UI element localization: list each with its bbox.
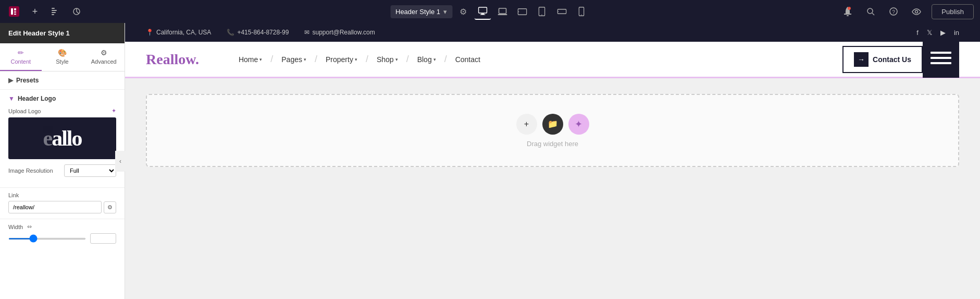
sidebar-title: Edit Header Style 1 (0, 23, 125, 43)
svg-rect-12 (480, 15, 485, 15)
advanced-tab-icon: ⚙ (101, 49, 107, 57)
header-logo-arrow-icon: ▼ (8, 95, 15, 102)
contact-us-button[interactable]: → Contact Us (842, 46, 923, 73)
theme-builder-button[interactable] (69, 4, 84, 19)
facebook-icon[interactable]: f (916, 29, 919, 37)
notifications-button[interactable]: ! (840, 4, 855, 19)
header-style-selector[interactable]: Header Style 1 ▾ (390, 5, 452, 18)
preview-button[interactable] (909, 4, 924, 19)
width-section: Width ⇔ (0, 219, 125, 249)
email-text: support@Reallow.com (312, 29, 375, 36)
add-element-button[interactable]: + (27, 4, 43, 19)
tab-style[interactable]: 🎨 Style (42, 43, 83, 71)
svg-rect-10 (478, 7, 487, 13)
device-laptop-button[interactable] (494, 3, 511, 20)
svg-rect-31 (923, 41, 959, 78)
device-tablet-portrait-button[interactable] (534, 3, 550, 20)
nav-property-label: Property (326, 55, 353, 64)
nav-shop-chevron: ▾ (395, 57, 398, 62)
width-control-row (8, 233, 116, 244)
elementor-logo-button[interactable] (6, 4, 22, 19)
twitter-icon[interactable]: 𝕏 (927, 29, 932, 37)
nav-link-pages[interactable]: Pages ▾ (273, 41, 315, 78)
search-button[interactable] (863, 4, 878, 19)
contact-arrow-icon: → (854, 52, 869, 67)
svg-rect-5 (52, 8, 55, 9)
site-nav: Reallow. Home ▾ / Pages ▾ / Property ▾ / (125, 42, 980, 78)
dark-nav-block (923, 41, 959, 78)
header-style-label: Header Style 1 (395, 8, 440, 16)
image-resolution-select[interactable]: Full Large Medium Thumbnail (64, 164, 116, 177)
tab-content[interactable]: ✏ Content (0, 43, 42, 71)
nav-home-label: Home (239, 55, 258, 64)
email-icon: ✉ (304, 29, 309, 36)
nav-link-property[interactable]: Property ▾ (317, 41, 366, 78)
youtube-icon[interactable]: ▶ (940, 29, 946, 37)
image-resolution-label: Image Resolution (8, 168, 53, 174)
publish-button[interactable]: Publish (932, 4, 974, 19)
link-section: Link ⚙ (0, 188, 125, 219)
link-input-row: ⚙ (8, 201, 116, 213)
logo-preview[interactable]: eallo (8, 117, 116, 159)
nav-shop-label: Shop (377, 55, 394, 64)
style-tab-icon: 🎨 (58, 49, 67, 57)
magic-widget-button[interactable]: ✦ (568, 114, 589, 135)
device-desktop-button[interactable] (474, 3, 491, 20)
header-logo-section: ▼ Header Logo Upload Logo ✦ eallo Image … (0, 90, 125, 188)
width-input[interactable] (90, 233, 116, 244)
chevron-down-icon: ▾ (443, 8, 447, 16)
header-settings-button[interactable]: ⚙ (455, 4, 471, 19)
sidebar: Edit Header Style 1 ✏ Content 🎨 Style ⚙ … (0, 23, 125, 299)
site-phone: 📞 +415-864-8728-99 (227, 29, 289, 36)
image-resolution-row: Image Resolution Full Large Medium Thumb… (8, 164, 116, 177)
svg-rect-34 (931, 62, 951, 64)
width-label-row: Width ⇔ (8, 223, 116, 230)
site-logo-text: Reallow (146, 51, 195, 67)
phone-text: +415-864-8728-99 (237, 29, 289, 36)
svg-rect-4 (14, 14, 16, 15)
site-nav-links: Home ▾ / Pages ▾ / Property ▾ / Shop ▾ (230, 41, 842, 78)
phone-icon: 📞 (227, 29, 234, 36)
contact-us-label: Contact Us (873, 55, 911, 64)
content-tab-icon: ✏ (18, 49, 24, 57)
tab-advanced[interactable]: ⚙ Advanced (83, 43, 125, 71)
site-email: ✉ support@Reallow.com (304, 29, 375, 36)
linkedin-icon[interactable]: in (954, 29, 959, 37)
svg-point-20 (557, 11, 558, 11)
location-icon: 📍 (146, 29, 154, 36)
svg-rect-21 (579, 7, 584, 16)
folder-widget-button[interactable]: 📁 (542, 114, 563, 135)
device-mobile-landscape-button[interactable] (553, 3, 570, 20)
drop-zone[interactable]: + 📁 ✦ Drag widget here (146, 94, 959, 167)
width-slider[interactable] (8, 238, 86, 240)
nav-pages-label: Pages (281, 55, 302, 64)
nav-link-contact[interactable]: Contact (447, 41, 489, 78)
site-topbar: 📍 California, CA, USA 📞 +415-864-8728-99… (125, 23, 980, 42)
magic-icon[interactable]: ✦ (111, 107, 116, 114)
navigator-button[interactable] (48, 4, 64, 19)
link-input[interactable] (8, 201, 102, 213)
tab-advanced-label: Advanced (91, 58, 117, 65)
svg-text:!: ! (849, 8, 850, 10)
nav-home-chevron: ▾ (259, 57, 262, 62)
nav-link-home[interactable]: Home ▾ (230, 41, 270, 78)
svg-line-27 (872, 13, 874, 15)
device-mobile-button[interactable] (573, 3, 590, 20)
topbar-left: + (6, 4, 84, 19)
svg-rect-2 (14, 8, 16, 10)
sidebar-wrapper: Edit Header Style 1 ✏ Content 🎨 Style ⚙ … (0, 23, 125, 299)
link-settings-button[interactable]: ⚙ (104, 201, 116, 213)
presets-title[interactable]: ▶ Presets (8, 77, 116, 84)
nav-link-shop[interactable]: Shop ▾ (368, 41, 406, 78)
header-logo-label: Header Logo (18, 95, 56, 102)
site-social-links: f 𝕏 ▶ in (916, 29, 959, 37)
nav-link-blog[interactable]: Blog ▾ (409, 41, 444, 78)
device-tablet-landscape-button[interactable] (514, 3, 530, 20)
sidebar-collapse-button[interactable]: ‹ (115, 151, 126, 172)
add-widget-button[interactable]: + (516, 114, 537, 135)
svg-rect-6 (52, 10, 57, 11)
help-button[interactable]: ? (886, 4, 901, 19)
site-location: 📍 California, CA, USA (146, 29, 211, 36)
svg-point-18 (541, 15, 542, 16)
upload-logo-row: Upload Logo ✦ (8, 107, 116, 114)
